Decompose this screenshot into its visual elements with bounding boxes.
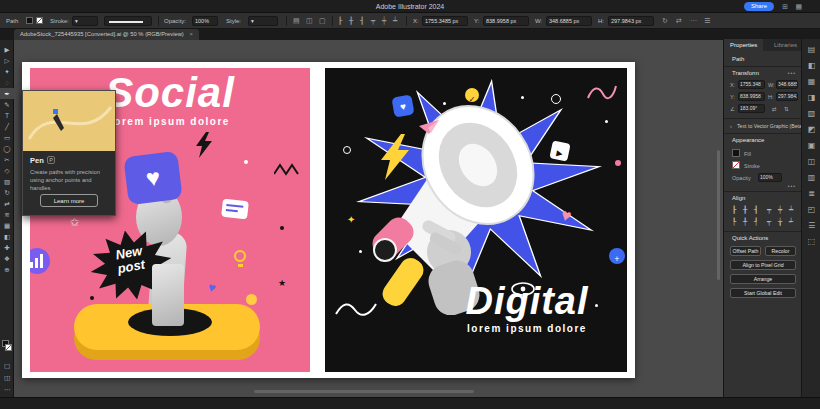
align-top-icon[interactable]: ┯ bbox=[767, 206, 771, 214]
align-bottom-icon[interactable]: ┷ bbox=[789, 206, 793, 214]
align-top-icon[interactable]: ┯ bbox=[371, 13, 375, 29]
align-middle-icon[interactable]: ┿ bbox=[382, 13, 386, 29]
distribute-left-icon[interactable]: ┞ bbox=[732, 218, 736, 226]
digital-design[interactable]: ♥ ✓ ▶ ♥ + ✦ Digital lorem ipsum dolore bbox=[325, 68, 627, 372]
stroke-swatch[interactable] bbox=[36, 17, 43, 24]
tool-mesh[interactable]: ▦ bbox=[0, 220, 14, 231]
panel-x-field[interactable]: 1755.348 bbox=[738, 80, 765, 89]
menu-icon[interactable]: ☰ bbox=[704, 13, 710, 29]
tool-selection[interactable]: ▶ bbox=[0, 44, 14, 55]
artboards-panel-icon[interactable]: ▥ bbox=[802, 173, 820, 182]
tool-lasso[interactable]: ◌ bbox=[0, 77, 14, 88]
align-bottom-icon[interactable]: ┷ bbox=[393, 13, 397, 29]
appearance-more-icon[interactable]: ••• bbox=[788, 183, 796, 189]
tool-width[interactable]: ≋ bbox=[0, 209, 14, 220]
x-field[interactable]: 1755.3485 px bbox=[422, 16, 468, 26]
start-global-edit-button[interactable]: Start Global Edit bbox=[730, 288, 796, 298]
align-right-icon[interactable]: ┨ bbox=[754, 206, 758, 214]
panel-w-field[interactable]: 348.6885 bbox=[776, 80, 798, 89]
close-tab-icon[interactable]: × bbox=[189, 31, 192, 37]
tool-curvature[interactable]: ✎ bbox=[0, 99, 14, 110]
align-h-center-icon[interactable]: ╂ bbox=[743, 206, 747, 214]
draw-mode-icon[interactable]: ▢ bbox=[0, 360, 14, 371]
document-tab[interactable]: AdobeStock_725445935 [Converted].ai @ 50… bbox=[14, 29, 199, 40]
libraries-panel-icon[interactable]: ☰ bbox=[802, 221, 820, 230]
panel-angle-field[interactable]: 183.09° bbox=[738, 104, 765, 113]
panel-y-field[interactable]: 838.9958 bbox=[738, 92, 765, 101]
align-v-center-icon[interactable]: ┿ bbox=[778, 206, 782, 214]
brushes-panel-icon[interactable]: ◨ bbox=[802, 93, 820, 102]
tab-libraries[interactable]: Libraries bbox=[768, 39, 803, 51]
arrange-button[interactable]: Arrange bbox=[730, 274, 796, 284]
color-panel-icon[interactable]: ◧ bbox=[802, 61, 820, 70]
flip-horizontal-icon[interactable]: ⇄ bbox=[772, 106, 777, 112]
distribute-bottom-icon[interactable]: ┵ bbox=[789, 218, 793, 226]
appearance-stroke-swatch[interactable] bbox=[732, 161, 740, 169]
horizontal-scrollbar[interactable] bbox=[254, 390, 474, 393]
ttv-chevron-icon[interactable]: › bbox=[730, 123, 732, 129]
history-panel-icon[interactable]: ⬚ bbox=[802, 237, 820, 246]
tab-properties[interactable]: Properties bbox=[724, 39, 763, 51]
align-left-icon[interactable]: ┠ bbox=[732, 206, 736, 214]
tool-direct-selection[interactable]: ▷ bbox=[0, 55, 14, 66]
h-field[interactable]: 297.9843 px bbox=[608, 16, 654, 26]
flip-vertical-icon[interactable]: ⇅ bbox=[784, 106, 789, 112]
align-pixel-grid-button[interactable]: Align to Pixel Grid bbox=[730, 260, 796, 270]
document-setup-icon[interactable]: ▤ bbox=[293, 13, 300, 29]
symbols-panel-icon[interactable]: ◫ bbox=[802, 157, 820, 166]
tool-magic-wand[interactable]: ✦ bbox=[0, 66, 14, 77]
shear-icon[interactable]: ⇄ bbox=[676, 13, 682, 29]
tool-line-segment[interactable]: ╱ bbox=[0, 121, 14, 132]
tool-ellipse[interactable]: ◯ bbox=[0, 143, 14, 154]
align-right-icon[interactable]: ┨ bbox=[360, 13, 364, 29]
screen-mode-icon[interactable]: ◫ bbox=[0, 372, 14, 383]
swatches-panel-icon[interactable]: ▦ bbox=[802, 77, 820, 86]
preferences-icon[interactable]: ◫ bbox=[306, 13, 313, 29]
style-dropdown[interactable]: ▾ bbox=[248, 16, 278, 26]
tool-eyedropper[interactable]: ✚ bbox=[0, 242, 14, 253]
grid-icon[interactable]: ⊞ bbox=[782, 2, 788, 11]
distribute-right-icon[interactable]: ┦ bbox=[754, 218, 758, 226]
recolor-button[interactable]: Recolor bbox=[765, 246, 796, 256]
vertical-scrollbar[interactable] bbox=[717, 150, 720, 280]
tool-scissors[interactable]: ✂ bbox=[0, 154, 14, 165]
distribute-h-icon[interactable]: ╀ bbox=[743, 218, 747, 226]
appearance-fill-swatch[interactable] bbox=[732, 149, 740, 157]
transform-icon[interactable]: ↻ bbox=[662, 13, 668, 29]
opacity-dropdown[interactable]: 100% bbox=[192, 16, 218, 26]
edit-toolbar-icon[interactable]: ⋯ bbox=[0, 384, 14, 395]
tool-rectangle[interactable]: ▭ bbox=[0, 132, 14, 143]
panel-h-field[interactable]: 297.9843 bbox=[776, 92, 798, 101]
text-to-vector-row[interactable]: Text to Vector Graphic (Beta) bbox=[737, 123, 804, 129]
toolbar-stroke-swatch[interactable] bbox=[5, 344, 12, 351]
distribute-top-icon[interactable]: ┭ bbox=[767, 218, 771, 226]
canvas[interactable]: Social lorem ipsum dolore bbox=[14, 40, 723, 397]
tool-shape-builder[interactable]: ▨ bbox=[0, 176, 14, 187]
tool-rotate[interactable]: ↻ bbox=[0, 187, 14, 198]
brush-definition-dropdown[interactable] bbox=[104, 16, 152, 26]
share-button[interactable]: Share bbox=[744, 2, 774, 11]
gradient-panel-icon[interactable]: ◩ bbox=[802, 125, 820, 134]
stroke-weight-dropdown[interactable]: ▾ bbox=[72, 16, 98, 26]
appearance-opacity-field[interactable]: 100% bbox=[758, 173, 782, 182]
tool-gradient[interactable]: ◧ bbox=[0, 231, 14, 242]
y-field[interactable]: 838.9958 px bbox=[483, 16, 529, 26]
appearance-panel-icon[interactable]: ≣ bbox=[802, 189, 820, 198]
transparency-panel-icon[interactable]: ▣ bbox=[802, 141, 820, 150]
tool-type[interactable]: T bbox=[0, 110, 14, 121]
more-options-icon[interactable]: ⋯ bbox=[690, 13, 697, 29]
tool-scale[interactable]: ⇄ bbox=[0, 198, 14, 209]
stroke-panel-icon[interactable]: ▧ bbox=[802, 109, 820, 118]
tool-shaper[interactable]: ◇ bbox=[0, 165, 14, 176]
learn-more-button[interactable]: Learn more bbox=[40, 194, 98, 207]
tool-pen[interactable]: ✒ bbox=[0, 88, 14, 99]
layers-panel-icon[interactable]: ▤ bbox=[802, 45, 820, 54]
graphic-styles-panel-icon[interactable]: ◰ bbox=[802, 205, 820, 214]
fill-swatch[interactable] bbox=[26, 17, 33, 24]
workspace-icon[interactable]: ▦ bbox=[795, 2, 802, 11]
distribute-v-icon[interactable]: ╁ bbox=[778, 218, 782, 226]
align-center-icon[interactable]: ╂ bbox=[349, 13, 353, 29]
w-field[interactable]: 348.6885 px bbox=[546, 16, 592, 26]
isolate-icon[interactable]: ▢ bbox=[319, 13, 326, 29]
offset-path-button[interactable]: Offset Path bbox=[730, 246, 761, 256]
